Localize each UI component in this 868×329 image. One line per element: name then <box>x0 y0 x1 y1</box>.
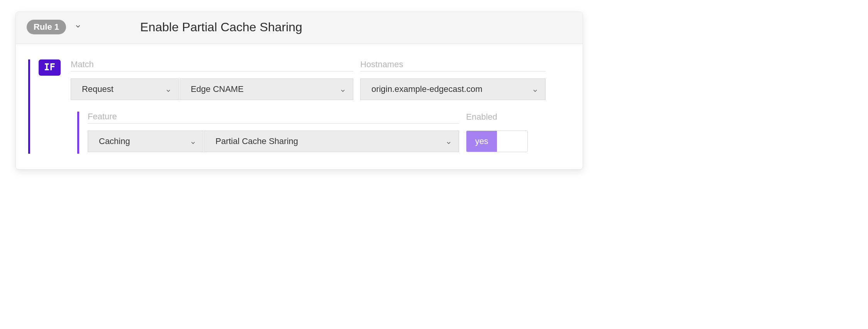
match-category-value: Request <box>82 84 114 94</box>
chevron-down-icon <box>446 138 452 144</box>
rule-title: Enable Partial Cache Sharing <box>140 20 302 34</box>
match-category-select[interactable]: Request <box>71 78 179 100</box>
feature-category-value: Caching <box>99 136 130 146</box>
feature-name-select[interactable]: Partial Cache Sharing <box>204 131 459 152</box>
toggle-on: yes <box>466 131 497 152</box>
match-group: Match Request Edge CNAME <box>71 59 353 100</box>
chevron-down-icon <box>75 23 81 31</box>
chevron-down-icon <box>165 86 171 92</box>
enabled-label: Enabled <box>466 112 528 124</box>
rule-card: Rule 1 Enable Partial Cache Sharing IF M… <box>15 12 583 170</box>
hostnames-label: Hostnames <box>360 59 546 71</box>
hostnames-group: Hostnames origin.example-edgecast.com <box>360 59 546 100</box>
hostname-value: origin.example-edgecast.com <box>371 84 482 94</box>
hostname-select[interactable]: origin.example-edgecast.com <box>360 78 546 100</box>
toggle-off <box>497 131 527 152</box>
feature-block: Feature Caching Partial Cache Sharing <box>77 112 570 154</box>
rule-header: Rule 1 Enable Partial Cache Sharing <box>16 12 583 44</box>
feature-label: Feature <box>88 112 459 124</box>
rule-body: IF Match Request Edge CNAME <box>16 44 583 169</box>
match-property-select[interactable]: Edge CNAME <box>180 78 353 100</box>
rule-badge: Rule 1 <box>27 20 66 34</box>
feature-category-select[interactable]: Caching <box>88 131 203 152</box>
chevron-down-icon <box>340 86 346 92</box>
enabled-toggle[interactable]: yes <box>466 131 528 152</box>
chevron-down-icon <box>190 138 196 144</box>
condition-block: IF Match Request Edge CNAME <box>28 59 570 154</box>
feature-name-value: Partial Cache Sharing <box>215 136 298 146</box>
enabled-group: Enabled yes <box>466 112 528 152</box>
match-property-value: Edge CNAME <box>191 84 244 94</box>
feature-group: Feature Caching Partial Cache Sharing <box>88 112 459 152</box>
if-tag: IF <box>39 59 61 76</box>
chevron-down-icon <box>532 86 538 92</box>
if-row: IF Match Request Edge CNAME <box>39 59 570 100</box>
collapse-toggle[interactable] <box>75 24 81 31</box>
match-label: Match <box>71 59 353 71</box>
feature-row: Feature Caching Partial Cache Sharing <box>88 112 570 152</box>
